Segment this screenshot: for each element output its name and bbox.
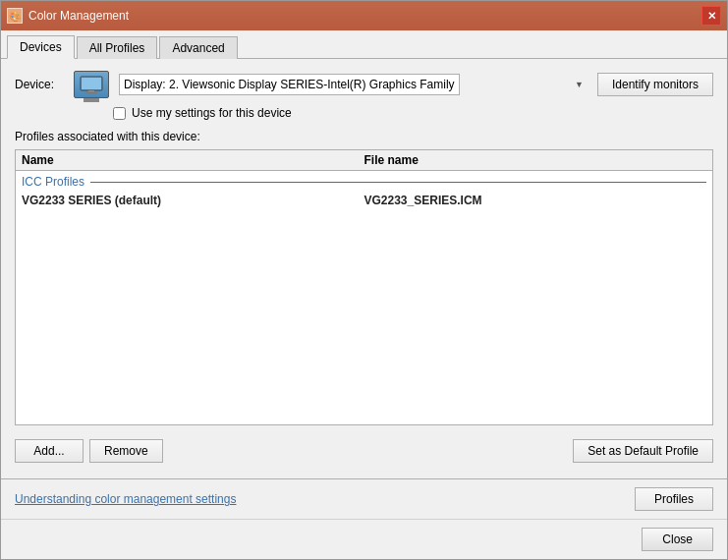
device-select-wrapper: Display: 2. Viewsonic Display SERIES-Int… <box>119 74 588 95</box>
titlebar-left: 🎨 Color Management <box>7 8 129 24</box>
add-button[interactable]: Add... <box>15 439 84 463</box>
table-row[interactable]: VG2233 SERIES (default) VG2233_SERIES.IC… <box>16 191 712 210</box>
understanding-link[interactable]: Understanding color management settings <box>15 492 236 506</box>
profiles-heading: Profiles associated with this device: <box>15 130 713 143</box>
set-default-button[interactable]: Set as Default Profile <box>573 439 713 463</box>
tab-advanced[interactable]: Advanced <box>159 36 237 59</box>
device-label: Device: <box>15 78 64 91</box>
table-header: Name File name <box>16 150 712 171</box>
svg-rect-1 <box>82 78 101 89</box>
identify-monitors-button[interactable]: Identify monitors <box>597 73 713 96</box>
tab-all-profiles[interactable]: All Profiles <box>77 36 158 59</box>
window-close-button[interactable]: ✕ <box>701 6 721 26</box>
device-and-identify: Device: Display: 2. Viewsonic Display SE… <box>15 71 713 98</box>
my-settings-label: Use my settings for this device <box>132 106 292 120</box>
window-title: Color Management <box>28 9 129 23</box>
profiles-button[interactable]: Profiles <box>635 487 713 511</box>
profile-name: VG2233 SERIES (default) <box>22 194 364 207</box>
profiles-section: Profiles associated with this device: Na… <box>15 130 713 425</box>
titlebar: 🎨 Color Management ✕ <box>1 1 727 30</box>
profile-file: VG2233_SERIES.ICM <box>364 194 707 207</box>
footer: Understanding color management settings … <box>1 478 727 519</box>
bottom-buttons: Add... Remove Set as Default Profile <box>15 435 713 467</box>
svg-rect-3 <box>85 92 97 93</box>
tab-devices[interactable]: Devices <box>7 35 75 59</box>
window-icon: 🎨 <box>7 8 23 24</box>
column-name-header: Name <box>22 153 364 167</box>
tabs-bar: Devices All Profiles Advanced <box>1 30 727 59</box>
main-content: Device: Display: 2. Viewsonic Display SE… <box>1 59 727 478</box>
monitor-icon <box>74 71 109 98</box>
color-management-window: 🎨 Color Management ✕ Devices All Profile… <box>0 0 728 560</box>
remove-button[interactable]: Remove <box>89 439 163 463</box>
top-section: Device: Display: 2. Viewsonic Display SE… <box>15 71 713 120</box>
icc-group-label: ICC Profiles <box>16 171 712 191</box>
column-file-header: File name <box>364 153 707 167</box>
profiles-table: Name File name ICC Profiles VG2233 SERIE… <box>15 149 713 425</box>
close-row: Close <box>1 519 727 559</box>
checkbox-row: Use my settings for this device <box>15 106 713 120</box>
device-row: Device: Display: 2. Viewsonic Display SE… <box>15 71 588 98</box>
my-settings-checkbox[interactable] <box>113 107 126 120</box>
icc-divider <box>90 182 706 183</box>
device-dropdown[interactable]: Display: 2. Viewsonic Display SERIES-Int… <box>119 74 460 95</box>
svg-rect-2 <box>88 90 94 92</box>
close-button[interactable]: Close <box>642 528 713 551</box>
